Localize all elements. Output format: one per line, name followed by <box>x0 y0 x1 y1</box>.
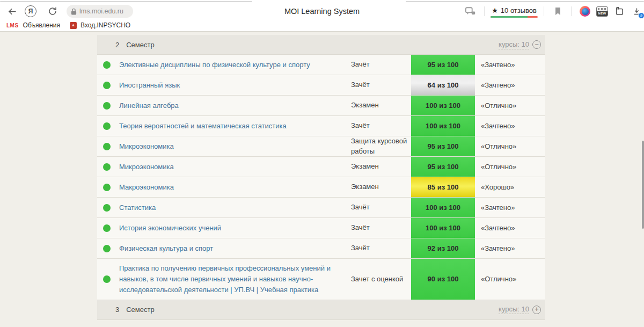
course-link[interactable]: Элективные дисциплины по физической куль… <box>119 61 310 69</box>
star-icon: ★ <box>492 6 498 14</box>
score-badge: 90 из 100 <box>411 259 475 300</box>
extensions-button[interactable] <box>613 5 626 18</box>
status-dot-icon <box>103 275 111 283</box>
chat-reviews-button[interactable] <box>464 5 477 18</box>
grade-row: Иностранный язык Зачёт 64 из 100 «Зачтен… <box>97 75 545 96</box>
assessment-type: Экзамен <box>351 182 411 192</box>
grade-label: «Хорошо» <box>475 183 545 191</box>
toolbar-right-cluster: ★ 10 отзывов <box>462 3 644 19</box>
reviews-count-label: 10 отзывов <box>501 6 537 14</box>
semester-title: Семестр <box>126 41 154 49</box>
course-cell: Практика по получению первичных професси… <box>119 259 351 300</box>
course-cell: Микроэкономика <box>119 137 351 156</box>
lens-inner-circle <box>582 8 589 15</box>
course-link[interactable]: Микроэкономика <box>119 142 174 150</box>
semester-2-header: 2 Семестр курсы: 10 − <box>97 35 545 55</box>
score-badge: 64 из 100 <box>411 75 475 95</box>
status-dot-icon <box>103 82 111 89</box>
assessment-type: Экзамен <box>351 162 411 171</box>
assessment-type: Зачёт <box>351 60 411 69</box>
bookmark-item-announcements[interactable]: LMS Объявления <box>6 21 60 29</box>
course-cell: Макроэкономика <box>119 178 351 197</box>
url-text: lms.moi.edu.ru <box>79 8 123 15</box>
status-dot-icon <box>103 102 111 110</box>
status-cell <box>103 82 119 89</box>
grade-row: Статистика Зачёт 100 из 100 «Зачтено» <box>97 198 545 218</box>
assessment-type: Защита курсовой работы <box>351 136 411 156</box>
lms-favicon: LMS <box>6 23 19 28</box>
screenshot-extension-button[interactable]: NEW <box>596 5 609 18</box>
course-link[interactable]: Практика по получению первичных професси… <box>119 264 331 294</box>
bookmarks-bar: LMS Объявления ▲ Вход.INPSYCHO <box>0 19 644 31</box>
score-badge: 95 из 100 <box>411 157 475 177</box>
score-badge: 95 из 100 <box>411 136 475 156</box>
grade-row: Микроэкономика Защита курсовой работы 95… <box>97 136 545 157</box>
refresh-icon <box>48 6 57 16</box>
status-cell <box>103 122 119 130</box>
status-cell <box>103 224 119 232</box>
back-button[interactable] <box>5 5 18 18</box>
status-dot-icon <box>103 184 111 191</box>
toolbar-separator <box>571 6 572 16</box>
grade-label: «Зачтено» <box>475 204 545 212</box>
browser-window: Я lms.moi.edu.ru MOI Learning System <box>0 0 644 327</box>
course-link[interactable]: Статистика <box>119 204 156 212</box>
course-link[interactable]: Линейная алгебра <box>119 101 179 110</box>
status-cell <box>103 143 119 150</box>
status-dot-icon <box>103 61 111 69</box>
vertical-scrollbar-thumb[interactable] <box>642 141 644 229</box>
grade-label: «Зачтено» <box>475 224 545 232</box>
grade-label: «Отлично» <box>475 142 545 150</box>
bookmark-label: Объявления <box>23 21 60 29</box>
status-dot-icon <box>103 245 111 252</box>
grade-label: «Зачтено» <box>475 122 545 130</box>
grade-row: Микроэкономика Экзамен 95 из 100 «Отличн… <box>97 157 545 177</box>
assessment-type: Зачёт <box>351 243 411 253</box>
tab-edge-right <box>406 1 644 2</box>
course-cell: Теория вероятностей и математическая ста… <box>119 117 351 136</box>
grades-rows: Элективные дисциплины по физической куль… <box>97 55 545 300</box>
score-badge: 100 из 100 <box>411 96 475 115</box>
bookmark-flag-icon <box>554 7 561 16</box>
courses-count-link[interactable]: курсы: 10 <box>499 305 529 314</box>
course-link[interactable]: Микроэкономика <box>119 163 174 171</box>
grade-row: Макроэкономика Экзамен 85 из 100 «Хорошо… <box>97 177 545 198</box>
grade-row: Элективные дисциплины по физической куль… <box>97 55 545 75</box>
extension-lens-button[interactable] <box>579 5 591 18</box>
collapse-icon[interactable]: − <box>532 40 541 49</box>
assessment-type: Зачет с оценкой <box>351 274 411 284</box>
grade-label: «Отлично» <box>475 163 545 171</box>
status-cell <box>103 102 119 110</box>
expand-icon[interactable]: + <box>532 306 541 314</box>
grade-row: История экономических учений Зачёт 100 и… <box>97 218 545 238</box>
course-link[interactable]: Теория вероятностей и математическая ста… <box>119 122 287 130</box>
course-link[interactable]: Макроэкономика <box>119 183 174 191</box>
download-count-badge: 2 <box>638 12 644 19</box>
back-arrow-icon <box>7 6 17 17</box>
yandex-button[interactable]: Я <box>25 5 36 17</box>
status-cell <box>103 275 119 283</box>
semester-number: 3 <box>115 306 119 314</box>
semester-header-right: курсы: 10 + <box>499 305 541 314</box>
status-dot-icon <box>103 224 111 232</box>
course-cell: Иностранный язык <box>119 76 351 95</box>
downloads-button[interactable]: 2 <box>630 5 643 18</box>
courses-count-link[interactable]: курсы: 10 <box>499 40 529 49</box>
course-cell: Линейная алгебра <box>119 96 351 115</box>
course-cell: История экономических учений <box>119 219 351 238</box>
score-badge: 92 из 100 <box>411 238 475 258</box>
inpsycho-favicon: ▲ <box>70 22 77 29</box>
address-bar[interactable]: lms.moi.edu.ru <box>67 5 133 18</box>
bookmark-button[interactable] <box>551 5 564 18</box>
refresh-button[interactable] <box>46 5 59 18</box>
chat-bubbles-icon <box>465 7 476 16</box>
bookmark-item-inpsycho[interactable]: ▲ Вход.INPSYCHO <box>70 21 130 29</box>
status-dot-icon <box>103 163 111 171</box>
assessment-type: Зачёт <box>351 202 411 212</box>
new-badge-label: NEW <box>597 11 608 16</box>
course-link[interactable]: Физическая культура и спорт <box>119 244 213 252</box>
course-cell: Статистика <box>119 198 351 217</box>
site-reviews-button[interactable]: ★ 10 отзывов <box>489 6 539 17</box>
course-link[interactable]: История экономических учений <box>119 224 221 232</box>
course-link[interactable]: Иностранный язык <box>119 81 180 89</box>
